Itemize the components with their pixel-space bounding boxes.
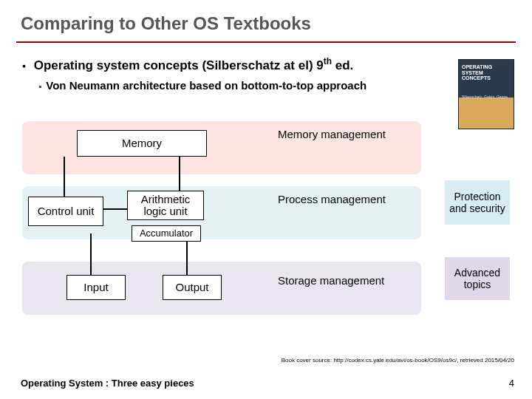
footer: Operating System : Three easy pieces 4	[21, 378, 514, 389]
box-memory: Memory	[77, 130, 207, 157]
bullet-level2: Von Neumann architecture based on bottom…	[38, 79, 516, 92]
side-advanced-topics: Advanced topics	[445, 257, 510, 300]
box-output: Output	[163, 275, 222, 300]
bullet1-sup: th	[324, 56, 332, 66]
diagram: Memory management Process management Sto…	[22, 111, 510, 332]
bullet1-text-pre: Operating system concepts (Silberschatz …	[34, 58, 324, 72]
box-control-unit: Control unit	[28, 197, 103, 226]
bullet-level1: Operating system concepts (Silberschatz …	[22, 56, 516, 73]
cover-authors: Silberschatz, Galvin, Gagne	[462, 95, 511, 100]
box-alu: Arithmetic logic unit	[127, 191, 204, 220]
page-number: 4	[509, 378, 514, 389]
box-input: Input	[66, 275, 126, 300]
label-process-mgmt: Process management	[278, 194, 386, 206]
connector	[90, 233, 92, 275]
label-memory-mgmt: Memory management	[278, 129, 386, 141]
connector	[103, 208, 127, 210]
content-area: Operating system concepts (Silberschatz …	[0, 43, 532, 92]
cover-title: OPERATING SYSTEM CONCEPTS	[462, 64, 511, 81]
label-storage-mgmt: Storage management	[278, 275, 384, 287]
side-protection-security: Protection and security	[445, 180, 510, 225]
bullet1-text-post: ed.	[332, 58, 353, 72]
connector	[64, 157, 65, 197]
footer-text: Operating System : Three easy pieces	[21, 378, 194, 389]
page-title: Comparing to Other OS Textbooks	[0, 0, 532, 40]
source-note: Book cover source: http://codex.cs.yale.…	[282, 357, 514, 364]
box-accumulator: Accumulator	[132, 225, 201, 242]
